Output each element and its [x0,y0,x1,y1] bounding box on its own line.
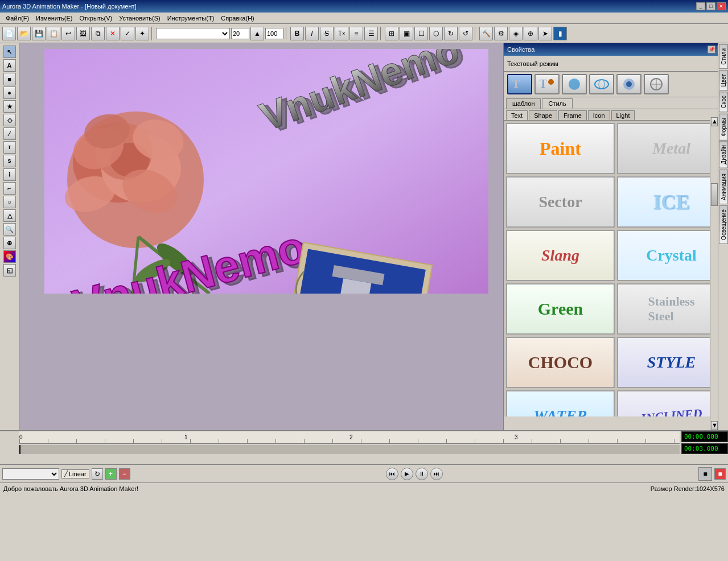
select-tool[interactable]: ↖ [3,46,16,58]
record-button[interactable]: ■ [698,467,712,481]
mode-btn-5[interactable] [616,74,641,94]
italic-button[interactable]: I [305,27,319,40]
props-pin-button[interactable]: 📌 [708,46,715,53]
delete-button[interactable]: ✕ [106,27,120,40]
add-key-button[interactable]: + [105,468,117,480]
style-tab-text[interactable]: Text [506,110,528,120]
s-tool[interactable]: S [3,155,16,167]
scroll-down-button[interactable]: ▼ [711,421,718,430]
vtab-lighting[interactable]: Освещение [719,205,728,244]
monitor-button[interactable]: ▮ [553,27,567,40]
mode-btn-1[interactable]: T [507,74,532,94]
box-button[interactable]: ☐ [414,27,428,40]
crop-tool[interactable]: ◱ [3,264,16,277]
mode-btn-2[interactable]: T [534,74,560,94]
frame-button[interactable]: ▣ [400,27,413,40]
cube-button[interactable]: ⬡ [429,27,443,40]
tab-template[interactable]: шаблон [506,98,541,109]
copy-button[interactable]: ⧉ [91,27,105,40]
refresh-button[interactable]: ↻ [92,468,103,480]
grid-button[interactable]: ⊞ [385,27,398,40]
close-button[interactable]: ✕ [717,2,726,10]
style-tab-light[interactable]: Light [611,110,635,120]
image-button[interactable]: 🖼 [76,27,90,40]
mode-btn-6[interactable] [644,74,669,94]
vtab-animation[interactable]: Анимация [719,170,728,204]
mode-btn-3[interactable] [562,74,587,94]
wave-tool[interactable]: ⌇ [3,168,16,181]
timeline-track[interactable] [19,445,680,454]
maximize-button[interactable]: □ [706,2,715,10]
mode-btn-4[interactable] [589,74,614,94]
star-tool[interactable]: ★ [3,100,16,113]
minimize-button[interactable]: _ [696,2,705,10]
style-tab-icon[interactable]: Icon [588,110,610,120]
rotate-button[interactable]: ↻ [444,27,458,40]
align-button[interactable]: ≡ [349,27,363,40]
open-button[interactable]: 📂 [17,27,31,40]
vtab-bevel[interactable]: Скос [719,92,728,112]
scroll-up-button[interactable]: ▲ [711,117,718,126]
ellipse-tool[interactable]: ● [3,86,16,99]
vtab-styles[interactable]: Стили [719,44,728,69]
scrollbar[interactable]: ▲ ▼ [710,117,718,430]
font-size-input[interactable]: 20 [231,28,249,39]
canvas-area[interactable]: VnukNemo VnukNemo VnukNemo VnukNemo [19,43,503,430]
add-button[interactable]: ⊕ [524,27,537,40]
style-paint[interactable]: Paint [506,123,615,174]
play-button[interactable]: ▶ [401,468,413,480]
pan-tool[interactable]: ⊕ [3,237,16,249]
style-green[interactable]: Green [506,283,615,335]
style-choco[interactable]: CHOCO [506,337,615,388]
circle-tool[interactable]: ○ [3,196,16,208]
hammer-button[interactable]: 🔨 [479,27,493,40]
export-button[interactable]: ➤ [538,27,552,40]
triangle-tool[interactable]: △ [3,209,16,222]
shape-button[interactable]: ◈ [509,27,523,40]
t-tool[interactable]: T [3,141,16,154]
text-tool[interactable]: A [3,59,16,72]
save-button[interactable]: 💾 [32,27,46,40]
vtab-shapes[interactable]: Формы [719,114,728,141]
ease-selector[interactable] [2,468,59,480]
new-button[interactable]: 📄 [2,27,16,40]
color-tool[interactable]: 🎨 [3,250,16,263]
check-button[interactable]: ✓ [121,27,134,40]
superscript-button[interactable]: Tx [335,27,348,40]
style-tab-frame[interactable]: Frame [558,110,587,120]
strikethrough-button[interactable]: S [320,27,334,40]
tab-style[interactable]: Стиль [542,98,572,109]
stop-button[interactable]: ■ [714,468,726,480]
menu-file[interactable]: Файл(F) [2,14,32,23]
font-selector[interactable] [156,28,230,39]
pause-button[interactable]: ⏸ [416,468,428,480]
skip-forward-button[interactable]: ⏭ [430,468,443,480]
align2-button[interactable]: ☰ [364,27,378,40]
style-tab-shape[interactable]: Shape [529,110,557,120]
skip-back-button[interactable]: ⏮ [386,468,398,480]
settings-button[interactable]: ⚙ [494,27,508,40]
wand-button[interactable]: ✦ [135,27,149,40]
undo-button[interactable]: ↩ [61,27,75,40]
rect-tool[interactable]: ■ [3,73,16,85]
corner-tool[interactable]: ⌐ [3,182,16,195]
menu-open[interactable]: Открыть(V) [76,14,116,23]
zoom-tool[interactable]: 🔍 [3,223,16,236]
style-slang[interactable]: Slang [506,230,615,281]
style-sector[interactable]: Sector [506,176,615,228]
font-scale-input[interactable]: 100 [265,28,283,39]
bold-button[interactable]: B [290,27,304,40]
menu-settings[interactable]: Установить(S) [116,14,163,23]
vtab-design[interactable]: Дизайн [719,141,728,168]
font-size-up[interactable]: ▲ [250,27,264,40]
save-as-button[interactable]: 📋 [47,27,60,40]
menu-tools[interactable]: Инструменты(Т) [164,14,218,23]
diamond-tool[interactable]: ◇ [3,114,16,126]
menu-edit[interactable]: Изменить(Е) [32,14,76,23]
style-water[interactable]: WATER [506,390,615,416]
line-tool[interactable]: ⁄ [3,127,16,140]
vtab-color[interactable]: Цвет [719,70,728,90]
remove-key-button[interactable]: − [119,468,130,480]
scroll-thumb[interactable] [711,183,718,206]
rotate2-button[interactable]: ↺ [459,27,472,40]
